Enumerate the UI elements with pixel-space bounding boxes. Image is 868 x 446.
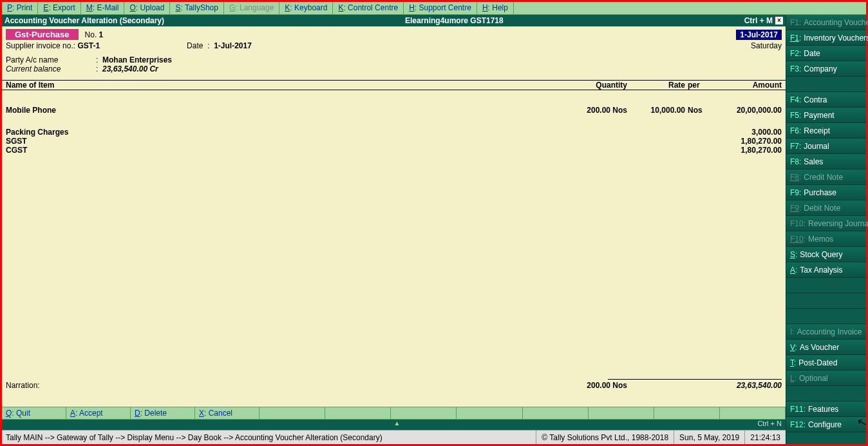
side-inventory-vouchers[interactable]: F1: Inventory Vouchers — [786, 30, 866, 46]
side-as-voucher[interactable]: V: As Voucher — [786, 340, 866, 355]
side-credit-note: F8: Credit Note — [786, 170, 866, 185]
side-panel: F1: Accounting VouchersF1: Inventory Vou… — [786, 15, 866, 444]
menu-keyboard[interactable]: K: Keyboard — [279, 2, 333, 14]
side-purchase[interactable]: F9: Purchase — [786, 185, 866, 200]
total-amount: 23,63,540.00 — [711, 381, 782, 390]
side-spacer — [786, 386, 866, 402]
side-company[interactable]: F3: Company — [786, 61, 866, 77]
status-time: 21:24:13 — [744, 431, 786, 444]
title-center: Elearning4umore GST1718 — [164, 16, 744, 25]
menu-upload[interactable]: O: Upload — [124, 2, 170, 14]
title-left: Accounting Voucher Alteration (Secondary… — [5, 16, 164, 25]
side-spacer — [786, 77, 866, 92]
side-date[interactable]: F2: Date — [786, 46, 866, 61]
status-date: Sun, 5 May, 2019 — [674, 431, 744, 444]
up-arrow-icon: ▲ — [394, 420, 401, 427]
total-qty: 200.00 Nos — [569, 381, 627, 390]
menu-control-centre[interactable]: K: Control Centre — [333, 2, 404, 14]
side-features[interactable]: F11: Features — [786, 402, 866, 417]
status-copyright: © Tally Solutions Pvt Ltd., 1988-2018 — [536, 431, 674, 444]
voucher-day: Saturday — [751, 41, 782, 50]
totals-row: Narration: 200.00 Nos 23,63,540.00 — [2, 380, 786, 394]
supplier-invoice[interactable]: Supplier invoice no.: GST-1 — [6, 41, 100, 50]
side-spacer — [786, 309, 866, 324]
status-path: Tally MAIN --> Gateway of Tally --> Disp… — [2, 433, 536, 442]
side-reversing-journal: F10: Reversing Journal — [786, 216, 866, 231]
side-sales[interactable]: F8: Sales — [786, 154, 866, 170]
menu-support-centre[interactable]: H: Support Centre — [404, 2, 477, 14]
balance-value: 23,63,540.00 Cr — [102, 64, 158, 73]
menu-export[interactable]: E: Export — [38, 2, 80, 14]
side-tax-analysis[interactable]: A: Tax Analysis — [786, 262, 866, 278]
top-menu: P: PrintE: ExportM: E-MailO: UploadS: Ta… — [2, 2, 866, 15]
columns-header: Name of Item Quantity Rate per Amount — [2, 80, 786, 90]
footer-cancel[interactable]: X: Cancel — [195, 407, 259, 419]
footer-accept[interactable]: A: Accept — [66, 407, 131, 419]
status-bar: Tally MAIN --> Gateway of Tally --> Disp… — [2, 430, 786, 444]
side-configure[interactable]: F12: Configure — [786, 417, 866, 432]
balance-label: Current balance — [6, 64, 96, 73]
menu-e-mail[interactable]: M: E-Mail — [81, 2, 125, 14]
side-optional: L: Optional — [786, 371, 866, 386]
menu-print[interactable]: P: Print — [2, 2, 38, 14]
side-accounting-vouchers: F1: Accounting Vouchers — [786, 15, 866, 30]
side-receipt[interactable]: F6: Receipt — [786, 123, 866, 139]
close-icon[interactable]: × — [775, 17, 783, 24]
voucher-no-label: No. 1 — [85, 30, 104, 39]
voucher-type[interactable]: Gst-Purchase — [6, 29, 79, 40]
side-payment[interactable]: F5: Payment — [786, 108, 866, 123]
menu-tallyshop[interactable]: S: TallyShop — [170, 2, 224, 14]
footer-bar: Q: QuitA: AcceptD: DeleteX: Cancel — [2, 407, 786, 420]
footer-quit[interactable]: Q: Quit — [2, 407, 66, 419]
side-debit-note: F9: Debit Note — [786, 200, 866, 216]
narration-label[interactable]: Narration: — [6, 381, 569, 390]
menu-language: G: Language — [224, 2, 279, 14]
ledger-row[interactable]: SGST1,80,270.00 — [6, 137, 782, 146]
side-spacer — [786, 278, 866, 293]
ctrl-n-bar[interactable]: ▲ Ctrl + N — [2, 420, 786, 430]
side-spacer — [786, 293, 866, 309]
title-bar: Accounting Voucher Alteration (Secondary… — [2, 15, 786, 26]
voucher-date[interactable]: 1-Jul-2017 — [736, 30, 782, 40]
voucher-body: Gst-Purchase No. 1 1-Jul-2017 Supplier i… — [2, 26, 786, 430]
menu-help[interactable]: H: Help — [477, 2, 514, 14]
side-post-dated[interactable]: T: Post-Dated — [786, 355, 866, 371]
ledger-row[interactable]: CGST1,80,270.00 — [6, 146, 782, 155]
side-accounting-invoice: I: Accounting Invoice — [786, 324, 866, 340]
ledger-row[interactable]: Packing Charges3,000.00 — [6, 128, 782, 137]
item-row[interactable]: Mobile Phone200.00 Nos10,000.00Nos20,00,… — [6, 106, 782, 115]
items-area[interactable]: Mobile Phone200.00 Nos10,000.00Nos20,00,… — [2, 90, 786, 379]
side-memos: F10: Memos — [786, 231, 866, 247]
party-name[interactable]: Mohan Enterprises — [102, 55, 172, 64]
title-shortcut: Ctrl + M — [744, 16, 773, 25]
party-label: Party A/c name — [6, 55, 96, 64]
footer-delete[interactable]: D: Delete — [131, 407, 195, 419]
voucher-entry-date[interactable]: Date : 1-Jul-2017 — [187, 41, 252, 50]
side-stock-query[interactable]: S: Stock Query — [786, 247, 866, 262]
side-contra[interactable]: F4: Contra — [786, 92, 866, 108]
side-journal[interactable]: F7: Journal — [786, 139, 866, 154]
